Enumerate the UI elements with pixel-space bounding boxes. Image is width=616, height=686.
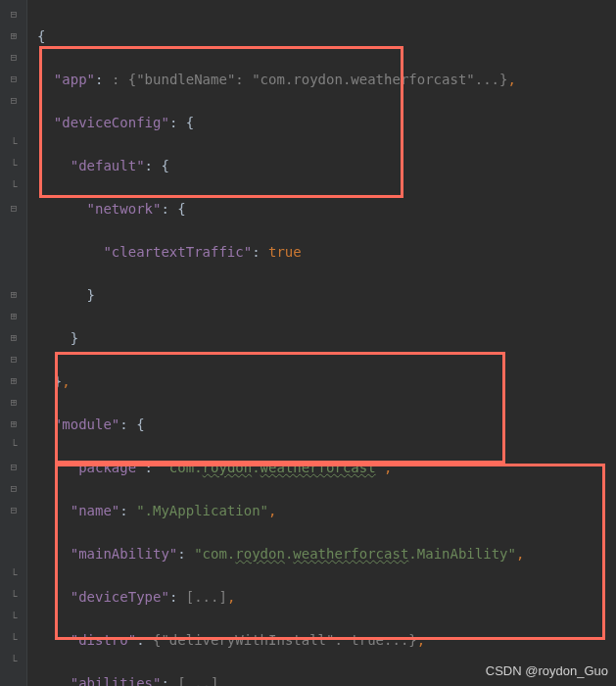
fold-icon[interactable]: └ <box>0 586 27 608</box>
code-line: "deviceType": [...], <box>37 586 616 608</box>
fold-icon[interactable]: ⊞ <box>0 327 27 349</box>
fold-icon[interactable]: └ <box>0 176 27 198</box>
fold-icon[interactable]: ⊟ <box>0 457 27 478</box>
code-line: "module": { <box>37 414 616 435</box>
code-line: "package": "com.roydon.weatherforcast", <box>37 457 616 478</box>
fold-icon[interactable]: ⊟ <box>0 47 27 69</box>
watermark-text: CSDN @roydon_Guo <box>486 661 608 682</box>
code-line: "distro": {"deliveryWithInstall": true..… <box>37 629 616 651</box>
fold-icon <box>0 543 27 564</box>
fold-icon[interactable]: ⊟ <box>0 198 27 220</box>
code-line: } <box>37 284 616 306</box>
fold-icon[interactable]: └ <box>0 651 27 672</box>
fold-icon[interactable]: ⊞ <box>0 284 27 306</box>
fold-icon[interactable]: ⊟ <box>0 4 27 25</box>
fold-icon[interactable]: ⊞ <box>0 392 27 414</box>
fold-icon <box>0 263 27 284</box>
code-line: "name": ".MyApplication", <box>37 500 616 521</box>
code-line: "app": : {"bundleName": "com.roydon.weat… <box>37 69 616 90</box>
fold-icon[interactable]: ⊟ <box>0 349 27 370</box>
code-editor[interactable]: { "app": : {"bundleName": "com.roydon.we… <box>27 0 616 686</box>
fold-icon[interactable]: ⊟ <box>0 90 27 112</box>
fold-icon <box>0 521 27 543</box>
fold-icon[interactable]: └ <box>0 608 27 629</box>
fold-icon[interactable]: └ <box>0 629 27 651</box>
code-line: "network": { <box>37 198 616 220</box>
fold-icon[interactable]: └ <box>0 435 27 457</box>
fold-icon <box>0 112 27 133</box>
code-line: } <box>37 327 616 349</box>
fold-icon[interactable]: ⊟ <box>0 500 27 521</box>
code-line: "cleartextTraffic": true <box>37 241 616 263</box>
fold-icon[interactable]: ⊟ <box>0 69 27 90</box>
fold-icon[interactable]: ⊞ <box>0 25 27 47</box>
fold-icon[interactable]: └ <box>0 133 27 155</box>
code-line: { <box>37 25 616 47</box>
fold-icon[interactable]: ⊞ <box>0 370 27 392</box>
fold-icon[interactable]: ⊞ <box>0 306 27 327</box>
editor-gutter: ⊟ ⊞ ⊟ ⊟ ⊟ └ └ └ ⊟ ⊞ ⊞ ⊞ ⊟ ⊞ ⊞ ⊞ └ ⊟ ⊟ ⊟ … <box>0 0 27 686</box>
code-line: }, <box>37 370 616 392</box>
fold-icon <box>0 220 27 241</box>
code-line: "mainAbility": "com.roydon.weatherforcas… <box>37 543 616 564</box>
fold-icon[interactable]: ⊟ <box>0 478 27 500</box>
code-line: "default": { <box>37 155 616 176</box>
fold-icon <box>0 241 27 263</box>
fold-icon[interactable]: └ <box>0 564 27 586</box>
fold-icon[interactable]: ⊞ <box>0 414 27 435</box>
fold-icon[interactable]: └ <box>0 155 27 176</box>
code-line: "deviceConfig": { <box>37 112 616 133</box>
